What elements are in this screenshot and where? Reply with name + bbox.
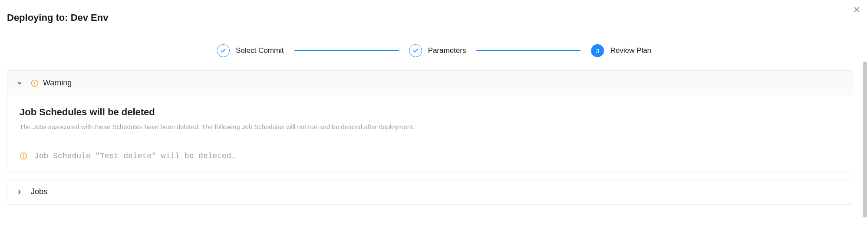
close-icon	[853, 6, 861, 13]
warning-panel-body: Job Schedules will be deleted The Jobs a…	[7, 95, 853, 172]
svg-point-4	[35, 84, 35, 85]
divider	[20, 141, 841, 141]
warning-icon	[20, 152, 27, 160]
content-area: Warning Job Schedules will be deleted Th…	[0, 70, 860, 205]
step-label: Parameters	[428, 46, 466, 55]
step-label: Select Commit	[236, 46, 284, 55]
step-parameters[interactable]: Parameters	[409, 44, 466, 57]
stepper: Select Commit Parameters 3 Review Plan	[0, 23, 868, 70]
warning-panel-title: Warning	[43, 78, 72, 88]
jobs-panel-title: Jobs	[31, 187, 47, 196]
warning-item-text: Job Schedule "Test delete" will be delet…	[34, 152, 236, 160]
page-header: Deploying to: Dev Env	[0, 0, 868, 23]
step-connector	[294, 50, 399, 51]
scrollbar-thumb[interactable]	[863, 62, 867, 218]
warning-item-row: Job Schedule "Test delete" will be delet…	[20, 152, 841, 160]
step-label: Review Plan	[610, 46, 651, 55]
warning-panel: Warning Job Schedules will be deleted Th…	[7, 70, 853, 172]
warning-heading: Job Schedules will be deleted	[20, 107, 841, 118]
page-title: Deploying to: Dev Env	[7, 12, 861, 23]
chevron-down-icon	[16, 80, 23, 87]
warning-icon	[31, 79, 39, 87]
warning-description: The Jobs associated with these Schedules…	[20, 123, 841, 130]
check-icon	[413, 48, 419, 54]
step-badge-done	[217, 44, 230, 57]
close-button[interactable]	[851, 4, 862, 15]
jobs-panel: Jobs	[7, 179, 853, 205]
step-select-commit[interactable]: Select Commit	[217, 44, 284, 57]
step-badge-done	[409, 44, 422, 57]
step-review-plan[interactable]: 3 Review Plan	[591, 44, 651, 57]
warning-panel-header[interactable]: Warning	[7, 71, 853, 95]
check-icon	[220, 48, 226, 54]
step-connector	[476, 50, 581, 51]
svg-point-7	[23, 157, 24, 158]
jobs-panel-header[interactable]: Jobs	[7, 179, 853, 204]
step-badge-active: 3	[591, 44, 604, 57]
chevron-right-icon	[16, 188, 23, 195]
